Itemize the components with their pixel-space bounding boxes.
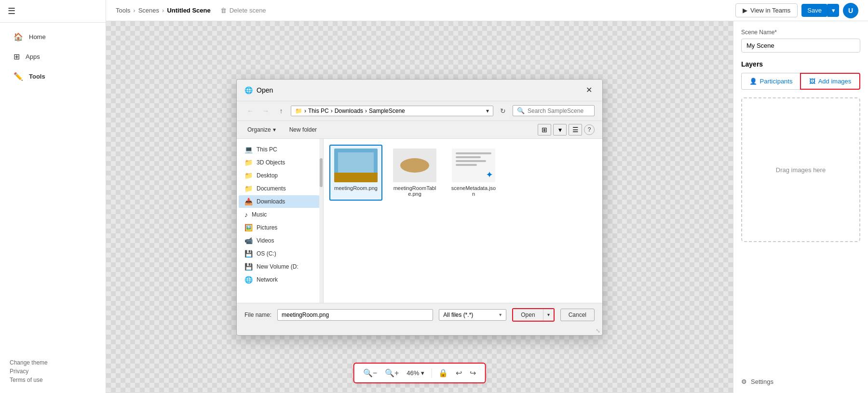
file-name-scene-metadata: sceneMetadata.json — [451, 185, 496, 197]
participants-icon: 👤 — [749, 78, 757, 85]
change-theme-link[interactable]: Change theme — [10, 359, 96, 366]
layers-label: Layers — [741, 60, 860, 68]
open-dropdown-button[interactable]: ▾ — [543, 309, 554, 321]
sidebar-pictures[interactable]: 🖼️ Pictures — [239, 221, 321, 234]
sidebar-item-apps[interactable]: ⊞ Apps — [4, 47, 102, 66]
delete-scene-label: Delete scene — [230, 7, 266, 14]
sidebar-item-home-label: Home — [29, 33, 46, 41]
tab-add-images[interactable]: 🖼 Add images — [800, 73, 860, 90]
open-dialog: 🌐 Open ✕ ← → ↑ 📁 › This PC — [236, 79, 603, 336]
layers-tabs: 👤 Participants 🖼 Add images — [741, 73, 860, 90]
path-dropdown-arrow[interactable]: ▾ — [486, 108, 489, 114]
save-button-wrapper: Save ▾ — [801, 4, 839, 17]
file-meeting-room[interactable]: meetingRoom.png — [329, 145, 382, 201]
forward-button[interactable]: → — [260, 105, 271, 117]
sidebar-downloads[interactable]: 📥 Downloads — [239, 195, 321, 208]
path-bar[interactable]: 📁 › This PC › Downloads › SampleScene ▾ — [291, 106, 493, 116]
file-scene-metadata[interactable]: ✦ sceneMetadata.json — [447, 145, 500, 201]
dialog-files-area: meetingRoom.png meetingRoomTable.png — [324, 139, 602, 303]
3d-objects-label: 3D Objects — [257, 159, 285, 166]
view-details-button[interactable]: ☰ — [569, 124, 582, 136]
file-thumb-meeting-room-table — [393, 149, 436, 182]
participants-label: Participants — [760, 78, 793, 85]
settings-row[interactable]: ⚙ Settings — [741, 370, 860, 385]
home-icon: 🏠 — [14, 32, 23, 41]
organize-button[interactable]: Organize ▾ — [244, 125, 279, 135]
hamburger-menu[interactable]: ☰ — [8, 6, 15, 16]
this-pc-label: This PC — [257, 146, 277, 153]
new-folder-button[interactable]: New folder — [286, 125, 320, 135]
search-input[interactable] — [528, 108, 590, 114]
view-dropdown-button[interactable]: ▾ — [553, 124, 567, 136]
view-teams-label: View in Teams — [750, 7, 790, 14]
filetype-wrapper: All files (*.*) PNG files (*.png) JSON f… — [439, 309, 506, 321]
topbar-left: Tools › Scenes › Untitled Scene 🗑 Delete… — [116, 7, 266, 14]
play-icon: ▶ — [743, 7, 747, 14]
new-volume-label: New Volume (D: — [257, 263, 298, 270]
breadcrumb-tools[interactable]: Tools — [116, 7, 130, 14]
up-button[interactable]: ↑ — [275, 105, 287, 117]
trash-icon: 🗑 — [220, 7, 227, 14]
save-dropdown-button[interactable]: ▾ — [827, 4, 839, 17]
path-this-pc: This PC — [308, 108, 329, 114]
sidebar-item-tools[interactable]: ✏️ Tools — [4, 67, 102, 86]
new-volume-icon: 💾 — [244, 263, 253, 271]
privacy-link[interactable]: Privacy — [10, 368, 96, 375]
file-name-meeting-room: meetingRoom.png — [334, 185, 378, 191]
save-label: Save — [807, 7, 822, 14]
file-meeting-room-table[interactable]: meetingRoomTable.png — [388, 145, 441, 201]
documents-label: Documents — [257, 185, 286, 192]
documents-icon: 📁 — [244, 185, 253, 192]
sidebar-videos[interactable]: 📹 Videos — [239, 234, 321, 247]
sidebar-3d-objects[interactable]: 📁 3D Objects — [239, 156, 321, 169]
dialog-close-button[interactable]: ✕ — [583, 84, 595, 96]
music-label: Music — [252, 211, 267, 218]
json-preview: ✦ — [452, 149, 495, 182]
videos-label: Videos — [257, 237, 274, 244]
sidebar-item-home[interactable]: 🏠 Home — [4, 27, 102, 46]
sidebar-new-volume[interactable]: 💾 New Volume (D: — [239, 260, 321, 273]
sidebar-documents[interactable]: 📁 Documents — [239, 182, 321, 195]
settings-icon: ⚙ — [741, 378, 747, 385]
view-tiles-button[interactable]: ⊞ — [538, 124, 551, 136]
json-line-3 — [456, 160, 486, 162]
breadcrumb-scenes[interactable]: Scenes — [138, 7, 159, 14]
search-box: 🔍 — [513, 105, 595, 116]
sidebar-os-c[interactable]: 💾 OS (C:) — [239, 247, 321, 260]
downloads-icon: 📥 — [244, 198, 253, 205]
filename-input[interactable] — [277, 309, 433, 321]
back-button[interactable]: ← — [244, 105, 256, 117]
sidebar-desktop[interactable]: 📁 Desktop — [239, 169, 321, 182]
sidebar-music[interactable]: ♪ Music — [239, 208, 321, 221]
sidebar-footer: Change theme Privacy Terms of use — [0, 352, 106, 393]
content-area: 🌐 Open ✕ ← → ↑ 📁 › This PC — [106, 21, 868, 393]
add-images-icon: 🖼 — [809, 78, 815, 85]
dialog-browser-icon: 🌐 — [244, 86, 253, 94]
cancel-button[interactable]: Cancel — [560, 309, 595, 321]
sidebar-this-pc[interactable]: 💻 This PC — [239, 143, 321, 156]
filetype-select[interactable]: All files (*.*) PNG files (*.png) JSON f… — [439, 309, 506, 321]
view-teams-button[interactable]: ▶ View in Teams — [735, 3, 798, 17]
topbar: Tools › Scenes › Untitled Scene 🗑 Delete… — [106, 0, 868, 21]
save-button[interactable]: Save — [801, 4, 827, 17]
sidebar-network[interactable]: 🌐 Network — [239, 273, 321, 286]
json-line-4 — [456, 164, 477, 166]
resize-handle[interactable]: ⤡ — [237, 326, 602, 335]
tab-participants[interactable]: 👤 Participants — [741, 73, 800, 90]
dialog-toolbar: ← → ↑ 📁 › This PC › Downloads › SampleSc… — [237, 101, 602, 121]
filename-label: File name: — [244, 312, 271, 318]
delete-scene-button[interactable]: 🗑 Delete scene — [220, 7, 266, 14]
path-sample-scene: SampleScene — [369, 108, 405, 114]
refresh-button[interactable]: ↻ — [497, 105, 509, 117]
json-line-2 — [456, 156, 481, 158]
user-avatar[interactable]: U — [843, 3, 858, 18]
organize-bar: Organize ▾ New folder ⊞ ▾ ☰ ? — [237, 121, 602, 139]
sidebar-item-tools-label: Tools — [29, 73, 45, 80]
network-icon: 🌐 — [244, 276, 253, 284]
scene-name-label: Scene Name* — [741, 29, 860, 36]
scene-name-input[interactable] — [741, 39, 860, 53]
terms-link[interactable]: Terms of use — [10, 377, 96, 383]
open-button[interactable]: Open — [513, 309, 542, 321]
meeting-room-preview — [334, 149, 378, 182]
help-button[interactable]: ? — [584, 124, 595, 135]
